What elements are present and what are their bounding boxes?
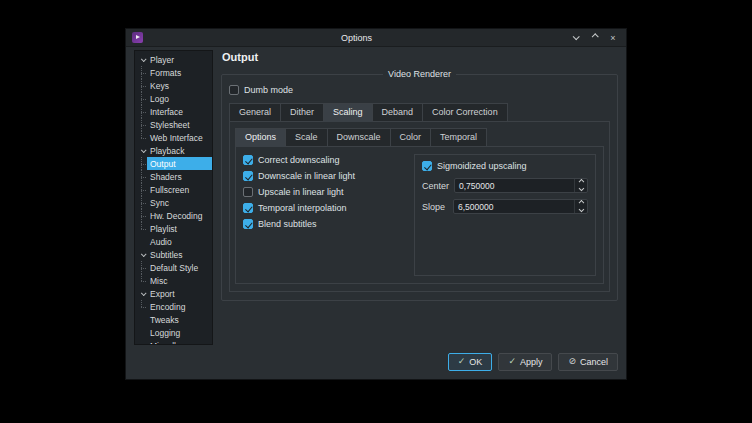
sidebar-item-export[interactable]: Export: [135, 287, 212, 300]
sidebar-item-fullscreen[interactable]: Fullscreen: [135, 183, 212, 196]
chevron-down-icon: [140, 290, 146, 296]
sidebar-item-label: Output: [147, 159, 179, 169]
subtab-options[interactable]: Options: [235, 128, 286, 147]
close-button[interactable]: ×: [608, 32, 618, 44]
spinbox-buttons: [574, 200, 587, 213]
checkbox-sigmoidized-upscaling[interactable]: Sigmoidized upscaling: [422, 161, 588, 171]
settings-tree: PlayerFormatsKeysLogoInterfaceStylesheet…: [134, 50, 213, 345]
checkbox-unchecked-icon: [229, 85, 239, 95]
tree-branch-line: [135, 118, 147, 131]
checkbox-upscale-in-linear-light[interactable]: Upscale in linear light: [243, 187, 404, 197]
cancel-button[interactable]: ⊘Cancel: [558, 353, 618, 371]
tree-branch-line: [135, 170, 147, 183]
subtab-color[interactable]: Color: [390, 128, 432, 147]
sidebar-item-audio[interactable]: Audio: [135, 235, 212, 248]
sidebar-item-tweaks[interactable]: Tweaks: [135, 313, 212, 326]
tab-deband[interactable]: Deband: [372, 103, 424, 122]
chevron-up-icon: [591, 33, 598, 40]
tab-scaling[interactable]: Scaling: [323, 103, 373, 122]
checkbox-blend-subtitles[interactable]: Blend subtitles: [243, 219, 404, 229]
expander-icon[interactable]: [138, 253, 147, 257]
spin-down-button[interactable]: [575, 207, 587, 214]
expander-icon[interactable]: [138, 149, 147, 153]
expander-icon[interactable]: [138, 292, 147, 296]
checkbox-temporal-interpolation[interactable]: Temporal interpolation: [243, 203, 404, 213]
sidebar-item-label: Formats: [147, 68, 184, 78]
subtab-downscale[interactable]: Downscale: [327, 128, 391, 147]
sidebar-item-label: Export: [147, 289, 178, 299]
sidebar-item-shaders[interactable]: Shaders: [135, 170, 212, 183]
sidebar-item-subtitles[interactable]: Subtitles: [135, 248, 212, 261]
subtab-temporal[interactable]: Temporal: [430, 128, 487, 147]
titlebar[interactable]: Options ×: [126, 29, 626, 47]
sidebar-item-playback[interactable]: Playback: [135, 144, 212, 157]
checkbox-label: Sigmoidized upscaling: [437, 161, 527, 171]
maximize-button[interactable]: [589, 32, 599, 44]
tree-item-content: Miscellaneous: [138, 339, 212, 345]
sidebar-item-label: Logging: [147, 328, 183, 338]
tab-color-correction[interactable]: Color Correction: [422, 103, 508, 122]
spin-down-button[interactable]: [575, 186, 587, 193]
close-icon: ×: [610, 33, 615, 43]
field-label: Center: [422, 181, 449, 191]
sidebar-item-label: Miscellaneous: [147, 341, 207, 346]
sidebar-item-misc[interactable]: Misc: [135, 274, 212, 287]
group-title: Video Renderer: [383, 69, 456, 79]
subtab-scale[interactable]: Scale: [285, 128, 328, 147]
sidebar-item-label: Default Style: [147, 263, 201, 273]
sidebar-item-default-style[interactable]: Default Style: [135, 261, 212, 274]
tree-item-content: Tweaks: [138, 313, 212, 326]
sidebar-item-label: Playlist: [147, 224, 180, 234]
chevron-down-icon: [579, 186, 584, 191]
tab-general[interactable]: General: [229, 103, 281, 122]
tree-item-content: Sync: [147, 196, 212, 209]
sidebar-item-encoding[interactable]: Encoding: [135, 300, 212, 313]
ok-button[interactable]: ✓OK: [448, 353, 493, 371]
checkbox-label: Downscale in linear light: [258, 171, 355, 181]
sidebar-item-label: Keys: [147, 81, 172, 91]
button-label: Cancel: [580, 357, 608, 367]
tree-item-content: Web Interface: [147, 131, 212, 144]
tree-item-content: Interface: [147, 105, 212, 118]
content-pane: Output Video Renderer Dumb mode GeneralD…: [221, 50, 618, 351]
sidebar-item-label: Subtitles: [147, 250, 186, 260]
tree-branch-line: [135, 157, 147, 170]
tree-branch-line: [135, 209, 147, 222]
tree-item-content: Audio: [138, 235, 212, 248]
field-slope: Slope6,500000: [422, 199, 588, 214]
tab-dither[interactable]: Dither: [280, 103, 324, 122]
sidebar-item-keys[interactable]: Keys: [135, 79, 212, 92]
expander-icon[interactable]: [138, 58, 147, 62]
sidebar-item-sync[interactable]: Sync: [135, 196, 212, 209]
sidebar-item-label: Sync: [147, 198, 172, 208]
minimize-button[interactable]: [570, 32, 580, 44]
sidebar-item-logo[interactable]: Logo: [135, 92, 212, 105]
options-window: Options × PlayerFormatsKeysLogoInterface…: [125, 28, 627, 380]
tree-branch-line: [135, 66, 147, 79]
sidebar-item-playlist[interactable]: Playlist: [135, 222, 212, 235]
checkbox-dumb-mode[interactable]: Dumb mode: [229, 85, 610, 95]
sidebar-item-miscellaneous[interactable]: Miscellaneous: [135, 339, 212, 345]
checkbox-correct-downscaling[interactable]: Correct downscaling: [243, 155, 404, 165]
scaling-tab-bar: OptionsScaleDownscaleColorTemporal: [235, 128, 604, 147]
sidebar-item-interface[interactable]: Interface: [135, 105, 212, 118]
spinbox-center[interactable]: 0,750000: [454, 178, 588, 193]
spinbox-buttons: [574, 179, 587, 192]
sidebar-item-hw-decoding[interactable]: Hw. Decoding: [135, 209, 212, 222]
sidebar-item-logging[interactable]: Logging: [135, 326, 212, 339]
ok-icon: ✓: [458, 357, 466, 366]
sidebar-item-stylesheet[interactable]: Stylesheet: [135, 118, 212, 131]
sidebar-item-player[interactable]: Player: [135, 53, 212, 66]
apply-button[interactable]: ✓Apply: [498, 353, 552, 371]
cancel-icon: ⊘: [568, 357, 576, 366]
page-title: Output: [222, 51, 618, 63]
tree-item-content: Default Style: [147, 261, 212, 274]
sidebar-item-web-interface[interactable]: Web Interface: [135, 131, 212, 144]
spinbox-slope[interactable]: 6,500000: [453, 199, 588, 214]
checkbox-label: Upscale in linear light: [258, 187, 344, 197]
sidebar-item-label: Tweaks: [147, 315, 182, 325]
checkbox-downscale-in-linear-light[interactable]: Downscale in linear light: [243, 171, 404, 181]
sidebar-item-output[interactable]: Output: [135, 157, 212, 170]
sidebar-item-formats[interactable]: Formats: [135, 66, 212, 79]
desktop-background: Options × PlayerFormatsKeysLogoInterface…: [0, 0, 752, 423]
